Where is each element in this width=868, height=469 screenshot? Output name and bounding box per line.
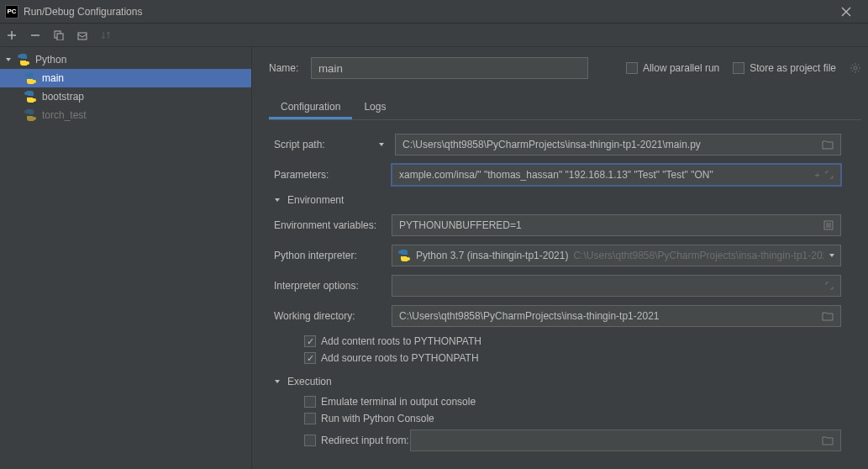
copy-config-icon[interactable] bbox=[50, 27, 67, 44]
folder-icon[interactable] bbox=[822, 435, 834, 445]
env-vars-input[interactable]: PYTHONUNBUFFERED=1 bbox=[392, 214, 841, 236]
script-path-input[interactable]: C:\Users\qtht9858\PyCharmProjects\insa-t… bbox=[395, 134, 841, 155]
sort-icon[interactable] bbox=[97, 27, 114, 44]
run-with-console-checkbox[interactable]: Run with Python Console bbox=[274, 413, 841, 424]
tabs: Configuration Logs bbox=[269, 96, 861, 120]
folder-icon[interactable] bbox=[822, 140, 834, 150]
svg-rect-7 bbox=[78, 33, 87, 40]
checkbox-icon bbox=[304, 352, 316, 364]
close-button[interactable] bbox=[829, 0, 863, 24]
pycharm-logo-icon: PC bbox=[5, 5, 18, 18]
tab-configuration[interactable]: Configuration bbox=[269, 96, 352, 119]
redirect-input-field[interactable] bbox=[410, 429, 841, 451]
env-vars-label: Environment variables: bbox=[274, 219, 392, 231]
titlebar: PC Run/Debug Configurations bbox=[0, 0, 868, 24]
gear-icon[interactable] bbox=[850, 62, 861, 74]
store-as-project-checkbox[interactable]: Store as project file bbox=[733, 62, 836, 74]
python-icon bbox=[24, 108, 37, 122]
working-dir-label: Working directory: bbox=[274, 310, 392, 322]
checkbox-icon bbox=[304, 335, 316, 347]
expand-icon[interactable] bbox=[825, 170, 834, 180]
checkbox-icon bbox=[304, 413, 316, 424]
redirect-input-label: Redirect input from: bbox=[321, 435, 410, 446]
chevron-down-icon bbox=[5, 56, 13, 63]
chevron-down-icon bbox=[829, 252, 835, 259]
chevron-down-icon bbox=[274, 197, 282, 203]
chevron-down-icon bbox=[274, 378, 282, 385]
parameters-input[interactable]: xample.com/insa/" "thomas_hassan" "192.1… bbox=[392, 164, 841, 186]
redirect-input-checkbox[interactable] bbox=[304, 435, 316, 446]
interp-options-label: Interpreter options: bbox=[274, 280, 392, 292]
add-config-icon[interactable] bbox=[3, 27, 20, 44]
tree-item-label: bootstrap bbox=[42, 91, 84, 103]
name-input[interactable] bbox=[311, 57, 588, 79]
environment-section-header[interactable]: Environment bbox=[274, 194, 841, 206]
remove-config-icon[interactable] bbox=[27, 27, 44, 44]
chevron-down-icon[interactable] bbox=[376, 141, 387, 148]
toolbar bbox=[0, 24, 868, 47]
tree-item-bootstrap[interactable]: bootstrap bbox=[0, 87, 251, 106]
python-icon bbox=[24, 90, 37, 103]
list-icon[interactable] bbox=[823, 220, 834, 230]
parameters-label: Parameters: bbox=[274, 169, 392, 181]
add-content-roots-checkbox[interactable]: Add content roots to PYTHONPATH bbox=[274, 335, 841, 347]
checkbox-icon bbox=[733, 62, 744, 74]
tree-item-label: torch_test bbox=[42, 109, 87, 121]
checkbox-icon bbox=[304, 396, 316, 408]
interpreter-label: Python interpreter: bbox=[274, 250, 392, 261]
interp-options-input[interactable] bbox=[392, 275, 841, 297]
name-label: Name: bbox=[269, 62, 311, 74]
execution-section-header[interactable]: Execution bbox=[274, 376, 841, 387]
save-template-icon[interactable] bbox=[74, 27, 91, 44]
plus-icon[interactable]: + bbox=[815, 170, 820, 180]
tab-logs[interactable]: Logs bbox=[352, 96, 397, 119]
config-tree: Python main bootstrap torch_test bbox=[0, 47, 252, 469]
working-dir-input[interactable]: C:\Users\qtht9858\PyCharmProjects\insa-t… bbox=[392, 305, 841, 327]
add-source-roots-checkbox[interactable]: Add source roots to PYTHONPATH bbox=[274, 352, 841, 364]
interpreter-dropdown[interactable]: Python 3.7 (insa-thingin-tp1-2021) C:\Us… bbox=[392, 245, 841, 266]
allow-parallel-checkbox[interactable]: Allow parallel run bbox=[626, 62, 719, 74]
tree-item-main[interactable]: main bbox=[0, 69, 251, 87]
script-path-label: Script path: bbox=[274, 139, 392, 150]
tree-root-python[interactable]: Python bbox=[0, 50, 251, 69]
svg-rect-6 bbox=[57, 34, 63, 40]
expand-icon[interactable] bbox=[825, 282, 834, 290]
window-title: Run/Debug Configurations bbox=[24, 6, 829, 18]
folder-icon[interactable] bbox=[822, 311, 834, 321]
tree-item-label: main bbox=[42, 72, 64, 84]
python-icon bbox=[24, 71, 37, 85]
tree-root-label: Python bbox=[35, 54, 66, 66]
tree-item-torch-test[interactable]: torch_test bbox=[0, 106, 251, 124]
main-panel: Name: Allow parallel run Store as projec… bbox=[252, 47, 868, 469]
svg-point-8 bbox=[854, 66, 857, 70]
checkbox-icon bbox=[626, 62, 638, 74]
emulate-terminal-checkbox[interactable]: Emulate terminal in output console bbox=[274, 396, 841, 408]
python-icon bbox=[17, 53, 30, 66]
python-icon bbox=[397, 249, 411, 262]
